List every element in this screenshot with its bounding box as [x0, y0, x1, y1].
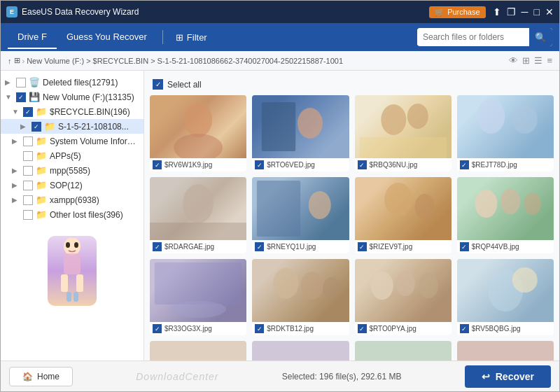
sidebar-item-otherlost[interactable]: 📁 Other lost files(396) [1, 207, 144, 222]
item-checkbox[interactable]: ✓ [460, 324, 469, 333]
item-checkbox[interactable]: ✓ [153, 242, 162, 251]
list-item[interactable] [355, 341, 451, 360]
list-item[interactable]: ✓ $RTO0PYA.jpg [355, 259, 451, 335]
sidebar-item-s1[interactable]: ▶ ✓ 📁 S-1-5-21-108108... [1, 119, 144, 134]
list-item[interactable]: ✓ $R33OG3X.jpg [150, 259, 246, 335]
item-checkbox[interactable]: ✓ [153, 324, 162, 333]
close-button[interactable]: ✕ [545, 6, 554, 18]
main-content: ▶ 🗑️ Deleted files(12791) ▼ ✓ 💾 New Volu… [1, 71, 559, 360]
maximize-button[interactable]: □ [534, 6, 540, 18]
sidebar-item-recycle[interactable]: ▼ ✓ 📁 $RECYCLE.BIN(196) [1, 104, 144, 119]
sidebar-item-xampp[interactable]: ▶ 📁 xampp(6938) [1, 192, 144, 207]
sidebar-item-newvolume[interactable]: ▼ ✓ 💾 New Volume (F:)(13135) [1, 90, 144, 104]
home-icon: 🏠 [22, 372, 33, 382]
tree-label-recycle: $RECYCLE.BIN(196) [50, 107, 139, 117]
list-view-icon[interactable]: ☰ [534, 55, 542, 66]
thumbnail-7 [355, 177, 451, 240]
list-item[interactable]: ✓ $RBQ36NU.jpg [355, 95, 451, 172]
tree-checkbox-newvolume[interactable]: ✓ [16, 92, 26, 102]
detail-view-icon[interactable]: ≡ [547, 55, 552, 66]
nav-up-icon[interactable]: ↑ [8, 57, 12, 65]
list-item[interactable] [252, 341, 349, 360]
item-checkbox[interactable]: ✓ [460, 242, 469, 251]
mascot-area [1, 229, 144, 313]
file-label: ✓ $RTO6VED.jpg [252, 158, 349, 172]
svg-rect-10 [262, 102, 295, 151]
thumbnail-5 [150, 177, 246, 240]
title-bar: E EaseUS Data Recovery Wizard 🛒 Purchase… [1, 1, 559, 23]
thumbnail-11 [355, 259, 451, 322]
upload-icon[interactable]: ⬆ [493, 6, 501, 18]
file-label: ✓ $RIZEV9T.jpg [355, 240, 451, 253]
view-options: 👁 ⊞ ☰ ≡ [509, 55, 552, 66]
svg-rect-26 [155, 262, 241, 304]
tree-checkbox-xampp[interactable] [23, 195, 33, 205]
filter-button[interactable]: ⊞ Filter [169, 27, 214, 48]
item-checkbox[interactable]: ✓ [358, 242, 367, 251]
tree-arrow-newvolume: ▼ [5, 93, 13, 101]
sidebar-item-mpp[interactable]: ▶ 📁 mpp(5585) [1, 163, 144, 178]
svg-point-23 [475, 190, 497, 218]
list-item[interactable]: ✓ $RNEYQ1U.jpg [252, 177, 349, 253]
sidebar-item-sop[interactable]: ▶ 📁 SOP(12) [1, 178, 144, 192]
list-item[interactable]: ✓ $RDARGAE.jpg [150, 177, 246, 253]
list-item[interactable]: ✓ $RV5BQBG.jpg [457, 259, 554, 335]
tab-guess-recover[interactable]: Guess You Recover [57, 26, 157, 49]
app-logo: E [6, 6, 18, 18]
recover-button[interactable]: ↩ Recover [465, 365, 551, 388]
svg-point-17 [183, 184, 214, 223]
svg-rect-4 [66, 292, 71, 302]
tree-checkbox-otherlost[interactable] [23, 210, 33, 220]
sidebar-item-sysvolinfo[interactable]: ▶ 📁 System Volume Informa... [1, 134, 144, 148]
preview-icon[interactable]: 👁 [509, 55, 518, 66]
folder-otherlost-icon: 📁 [36, 209, 47, 220]
tree-checkbox-mpp[interactable] [23, 166, 33, 176]
tree-arrow-sop: ▶ [12, 181, 20, 189]
tree-checkbox-deleted[interactable] [16, 78, 26, 88]
item-checkbox[interactable]: ✓ [358, 324, 367, 333]
list-item[interactable]: ✓ $RV6W1K9.jpg [150, 95, 246, 172]
list-item[interactable]: ✓ $RTO6VED.jpg [252, 95, 349, 172]
svg-point-35 [512, 267, 538, 293]
item-checkbox[interactable]: ✓ [153, 160, 162, 169]
tree-label-newvolume: New Volume (F:)(13135) [43, 92, 139, 102]
item-checkbox[interactable]: ✓ [358, 160, 367, 169]
list-item[interactable] [150, 341, 246, 360]
minimize-button[interactable]: ─ [522, 6, 528, 18]
sidebar-item-apps[interactable]: 📁 APPs(5) [1, 148, 144, 163]
tree-checkbox-recycle[interactable]: ✓ [23, 107, 33, 117]
svg-rect-18 [150, 223, 246, 240]
list-item[interactable]: ✓ $RDKTB12.jpg [252, 259, 349, 335]
item-checkbox[interactable]: ✓ [460, 160, 469, 169]
item-checkbox[interactable]: ✓ [255, 242, 264, 251]
tree-checkbox-sysvolinfo[interactable] [23, 136, 33, 146]
select-all-checkbox[interactable]: ✓ [153, 79, 163, 90]
tree-label-otherlost: Other lost files(396) [50, 210, 139, 220]
tree-checkbox-apps[interactable] [23, 151, 33, 161]
home-button[interactable]: 🏠 Home [9, 367, 73, 386]
selected-status: Selected: 196 file(s), 292.61 MB [282, 372, 402, 382]
file-label: ✓ $R33OG3X.jpg [150, 322, 246, 335]
tree-checkbox-s1[interactable]: ✓ [31, 122, 41, 132]
item-checkbox[interactable]: ✓ [255, 160, 264, 169]
sidebar-item-deleted[interactable]: ▶ 🗑️ Deleted files(12791) [1, 75, 144, 90]
list-item[interactable] [457, 341, 554, 360]
svg-point-20 [309, 191, 331, 219]
svg-point-6 [66, 242, 70, 248]
recycle-icon: 📁 [36, 106, 47, 117]
svg-point-24 [500, 189, 520, 214]
search-button[interactable]: 🔍 [529, 28, 552, 46]
svg-point-25 [524, 192, 541, 215]
grid-view-icon[interactable]: ⊞ [522, 55, 530, 66]
list-item[interactable]: ✓ $RIZEV9T.jpg [355, 177, 451, 253]
list-item[interactable]: ✓ $RQP44VB.jpg [457, 177, 554, 253]
tree-checkbox-sop[interactable] [23, 181, 33, 190]
list-item[interactable]: ✓ $REJT78D.jpg [457, 95, 554, 172]
search-input[interactable] [417, 29, 529, 45]
file-label: ✓ $RBQ36NU.jpg [355, 158, 451, 172]
folder-xampp-icon: 📁 [36, 195, 47, 205]
restore-icon[interactable]: ❐ [507, 6, 516, 18]
purchase-button[interactable]: 🛒 Purchase [429, 6, 485, 18]
tab-drive-f[interactable]: Drive F [8, 26, 57, 49]
item-checkbox[interactable]: ✓ [255, 324, 264, 333]
